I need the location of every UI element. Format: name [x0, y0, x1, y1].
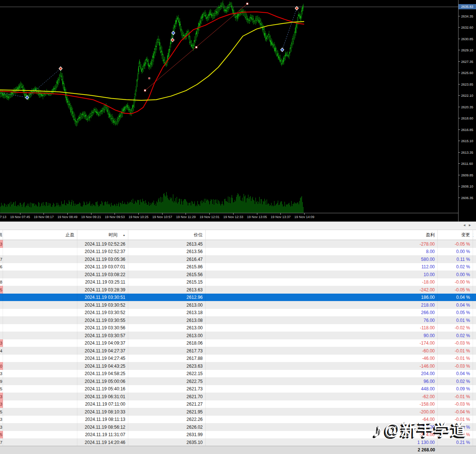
- take-profit-cell: [3, 438, 77, 446]
- column-header-profit[interactable]: 盈利: [206, 230, 438, 240]
- price-cell: 2622.75: [128, 377, 206, 385]
- price-tick-label: 2606.35: [459, 196, 476, 200]
- order-edge-digit: 4: [0, 347, 3, 355]
- table-row[interactable]: 2024.11.19 02:52:372613.568.000.00 %: [0, 248, 476, 256]
- table-row[interactable]: 2024.11.19 03:30:522613.00218.000.04 %: [0, 301, 476, 309]
- price-cell: 2613.45: [128, 240, 206, 248]
- price-scale[interactable]: 2636.102634.352632.602630.852629.102627.…: [458, 0, 476, 221]
- table-row[interactable]: 32024.11.19 06:31:012621.70-62.00-0.01 %: [0, 393, 476, 400]
- change-cell: 0.02 %: [438, 263, 473, 271]
- table-row[interactable]: 2024.11.19 03:30:552613.0876.000.01 %: [0, 316, 476, 324]
- order-edge-digit: [0, 301, 3, 309]
- change-cell: 0.09 %: [438, 385, 473, 393]
- change-cell: -0.00 %: [438, 278, 473, 286]
- profit-cell: 76.00: [206, 316, 438, 324]
- table-row[interactable]: 32024.11.19 08:11:132622.26-64.00-0.01 %: [0, 416, 476, 423]
- profit-cell: -174.00: [206, 339, 438, 347]
- row-sliver: [473, 400, 476, 408]
- order-edge-digit: 3: [0, 423, 3, 431]
- order-edge-digit: 9: [0, 377, 3, 385]
- table-row[interactable]: 32024.11.19 08:56:122626.02744.000.14 %: [0, 423, 476, 431]
- profit-cell: 218.00: [206, 301, 438, 309]
- scrollbar-arrows[interactable]: ◄►: [463, 223, 474, 227]
- table-row[interactable]: 62024.11.19 03:07:012615.86112.000.02 %: [0, 263, 476, 271]
- price-tick-label: 2623.85: [459, 83, 476, 86]
- table-row[interactable]: 52024.11.19 03:28:392613.63-242.00-0.05 …: [0, 286, 476, 294]
- price-tick-label: 2632.60: [459, 26, 476, 29]
- column-header-time[interactable]: 时间▲: [77, 230, 128, 240]
- change-cell: -0.04 %: [438, 408, 473, 416]
- price-tick-label: 2620.35: [459, 105, 476, 109]
- price-tick-label: 2627.35: [459, 60, 476, 64]
- take-profit-cell: [3, 248, 77, 256]
- price-tick-label: 2615.10: [459, 139, 476, 143]
- table-row[interactable]: 42024.11.19 04:27:372617.73-60.00-0.01 %: [0, 347, 476, 355]
- take-profit-cell: [3, 355, 77, 362]
- column-header-sl-clipped[interactable]: 损: [0, 230, 3, 240]
- time-cell: 2024.11.19 08:56:12: [77, 423, 128, 431]
- profit-cell: 1 130.00: [206, 438, 438, 446]
- order-edge-digit: 5: [0, 286, 3, 294]
- table-row[interactable]: 52024.11.19 11:31:072631.99-334.00-0.06 …: [0, 431, 476, 439]
- column-header-next-clipped[interactable]: 注: [473, 230, 476, 240]
- table-horizontal-scrollbar[interactable]: ◄►: [0, 221, 476, 230]
- price-cell: 2613.18: [128, 309, 206, 317]
- table-row[interactable]: 2024.11.19 03:30:572613.0090.000.02 %: [0, 332, 476, 339]
- column-header-change[interactable]: 变更: [438, 230, 473, 240]
- row-sliver: [473, 263, 476, 271]
- column-header-price[interactable]: 价位: [128, 230, 206, 240]
- change-cell: 0.04 %: [438, 294, 473, 301]
- price-cell: 2615.56: [128, 271, 206, 278]
- row-sliver: [473, 416, 476, 423]
- change-cell: 0.01 %: [438, 316, 473, 324]
- price-tick-label: 2611.60: [459, 162, 476, 166]
- price-cell: 2613.00: [128, 301, 206, 309]
- table-footer: 2 268.00: [0, 446, 476, 454]
- take-profit-cell: [3, 271, 77, 278]
- change-cell: 0.02 %: [438, 377, 473, 385]
- scroll-right-icon[interactable]: ►: [468, 223, 474, 227]
- table-row[interactable]: 72024.11.19 14:20:462635.101 130.000.21 …: [0, 438, 476, 446]
- table-row[interactable]: 2024.11.19 03:30:562613.00-118.00-0.02 %: [0, 324, 476, 332]
- table-row[interactable]: 82024.11.19 03:25:112615.15-18.00-0.00 %: [0, 278, 476, 286]
- price-cell: 2615.86: [128, 263, 206, 271]
- table-row[interactable]: 2024.11.19 04:27:452617.88-46.00-0.01 %: [0, 355, 476, 362]
- price-tick-label: 2634.35: [459, 15, 476, 18]
- time-cell: 2024.11.19 03:30:55: [77, 316, 128, 324]
- take-profit-cell: [3, 385, 77, 393]
- table-row[interactable]: 32024.11.19 04:58:252622.15204.000.04 %: [0, 370, 476, 378]
- price-cell: 2626.02: [128, 423, 206, 431]
- price-cell: 2613.56: [128, 248, 206, 256]
- table-row[interactable]: 02024.11.19 04:43:252623.63-146.00-0.03 …: [0, 362, 476, 370]
- table-row[interactable]: 2024.11.19 03:08:222615.5610.000.00 %: [0, 271, 476, 278]
- change-cell: 0.02 %: [438, 332, 473, 339]
- scroll-left-icon[interactable]: ◄: [463, 223, 468, 227]
- order-edge-digit: 0: [0, 362, 3, 370]
- change-cell: -0.05 %: [438, 240, 473, 248]
- profit-cell: 266.00: [206, 309, 438, 317]
- order-edge-digit: 3: [0, 400, 3, 408]
- table-row[interactable]: 32024.11.19 07:11:002621.27-158.00-0.03 …: [0, 400, 476, 408]
- table-row[interactable]: 32024.11.19 02:52:262613.45-278.00-0.05 …: [0, 240, 476, 248]
- profit-cell: 10.00: [206, 271, 438, 278]
- table-row[interactable]: 2024.11.19 03:30:522613.18266.000.05 %: [0, 309, 476, 317]
- row-sliver: [473, 294, 476, 301]
- price-cell: 2631.99: [128, 431, 206, 439]
- order-edge-digit: [0, 271, 3, 278]
- column-header-take-profit[interactable]: 止盈: [3, 230, 77, 240]
- table-row[interactable]: 2024.11.19 03:30:512612.96186.000.04 %: [0, 294, 476, 301]
- table-row[interactable]: 92024.11.19 05:00:062622.7596.000.02 %: [0, 377, 476, 385]
- profit-cell: 112.00: [206, 263, 438, 271]
- price-tick-label: 2622.10: [459, 94, 476, 97]
- table-row[interactable]: 72024.11.19 03:05:362616.47580.000.11 %: [0, 255, 476, 263]
- table-row[interactable]: 52024.11.19 05:40:162621.73448.000.09 %: [0, 385, 476, 393]
- take-profit-cell: [3, 309, 77, 317]
- price-tick-label: 2613.35: [459, 151, 476, 154]
- price-chart[interactable]: 19 Nov 07:1319 Nov 07:4519 Nov 08:1719 N…: [0, 0, 476, 221]
- price-cell: 2613.08: [128, 316, 206, 324]
- price-cell: 2615.15: [128, 278, 206, 286]
- table-row[interactable]: 52024.11.19 08:10:332621.95-200.00-0.04 …: [0, 408, 476, 416]
- candlestick-chart-canvas[interactable]: [0, 0, 458, 221]
- order-edge-digit: [0, 309, 3, 317]
- table-row[interactable]: 32024.11.19 04:09:372618.06-174.00-0.03 …: [0, 339, 476, 347]
